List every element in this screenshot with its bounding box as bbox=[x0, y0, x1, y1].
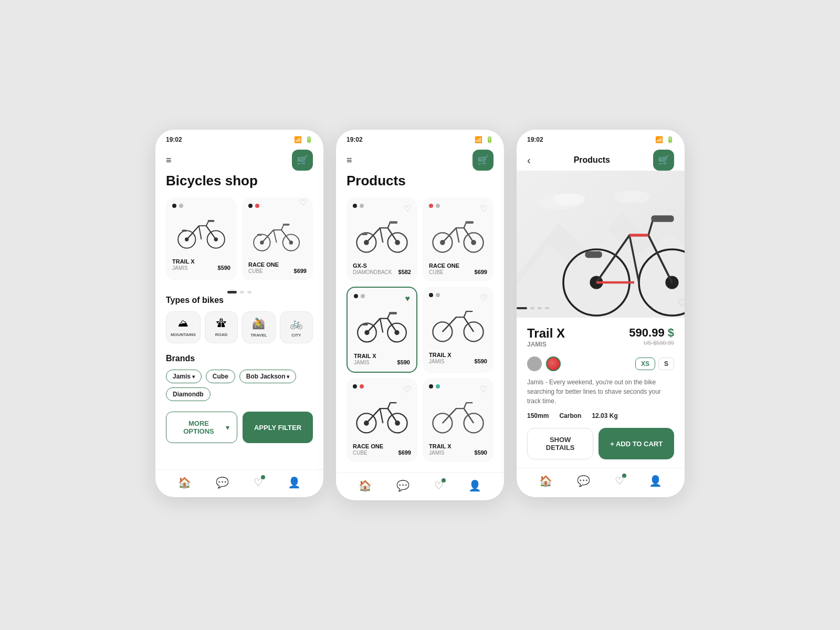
brand-bob-jackson[interactable]: Bob Jackson bbox=[239, 370, 296, 383]
race-price: $699 bbox=[475, 269, 487, 275]
nav-home-1[interactable]: 🏠 bbox=[178, 476, 191, 489]
nav-wishlist-3[interactable]: ♡ bbox=[615, 475, 624, 487]
wishlist-gxs[interactable]: ♡ bbox=[404, 204, 411, 214]
type-travel[interactable]: 🚵 TRAVEL bbox=[242, 311, 275, 343]
card-brand-1: JAMIS bbox=[172, 265, 195, 271]
time-1: 19:02 bbox=[166, 136, 182, 143]
dot-t6 bbox=[436, 384, 440, 388]
trail2-brand: JAMIS bbox=[429, 359, 452, 364]
apply-filter-button[interactable]: APPLY FILTER bbox=[243, 412, 313, 443]
chat-icon-3: 💬 bbox=[577, 475, 590, 487]
nav-chat-3[interactable]: 💬 bbox=[577, 475, 590, 487]
travel-icon: 🚵 bbox=[252, 317, 265, 330]
product-card-raceone-2[interactable]: ♡ bbox=[423, 197, 494, 281]
status-icons-2: 📶 🔋 bbox=[475, 136, 494, 143]
show-details-button[interactable]: SHOW DETAILS bbox=[527, 428, 593, 459]
svg-rect-19 bbox=[362, 233, 368, 235]
trail1-price: $590 bbox=[397, 359, 410, 365]
bottom-nav-3: 🏠 💬 ♡ 👤 bbox=[517, 468, 685, 496]
screen-1: 19:02 📶 🔋 ≡ 🛒 Bicycles shop bbox=[155, 130, 323, 497]
back-button[interactable]: ‹ bbox=[527, 154, 531, 166]
bottom-nav-1: 🏠 💬 ♡ 👤 bbox=[155, 469, 323, 497]
dot-3 bbox=[247, 291, 251, 293]
wishlist-6[interactable]: ♡ bbox=[480, 384, 487, 394]
status-bar-3: 19:02 📶 🔋 bbox=[517, 130, 685, 145]
product-card-trailx-2[interactable]: ♡ bbox=[423, 287, 494, 373]
card-info-5: RACE ONE CUBE $699 bbox=[353, 443, 411, 456]
home-icon-3: 🏠 bbox=[539, 475, 552, 487]
product-price: 590.99 $ bbox=[629, 326, 674, 340]
wifi-icon-3: 📶 bbox=[655, 136, 663, 143]
product-card-trail-x[interactable]: TRAIL X JAMIS $590 bbox=[166, 197, 237, 280]
bike-trail1-svg bbox=[354, 302, 410, 350]
menu-icon-2[interactable]: ≡ bbox=[346, 155, 352, 166]
nav-wishlist-2[interactable]: ♡ bbox=[434, 479, 444, 492]
product-card-gxs-2[interactable]: ♡ bbox=[346, 197, 417, 281]
products-grid: ♡ bbox=[346, 197, 494, 462]
dot-2 bbox=[240, 291, 244, 293]
size-s[interactable]: S bbox=[658, 358, 674, 370]
type-road[interactable]: 🛣 ROAD bbox=[205, 311, 238, 343]
cart-button-3[interactable]: 🛒 bbox=[653, 150, 674, 171]
type-city[interactable]: 🚲 CITY bbox=[280, 311, 313, 343]
brand-diamondback[interactable]: Diamondb bbox=[166, 387, 211, 401]
screen1-content: Bicycles shop bbox=[155, 173, 323, 469]
wishlist-trail-sel[interactable]: ♥ bbox=[405, 294, 411, 303]
size-options: XS S bbox=[635, 358, 674, 370]
type-mountains[interactable]: ⛰ MOUNTAINS bbox=[166, 311, 201, 343]
cart-button-1[interactable]: 🛒 bbox=[292, 150, 313, 171]
wishlist-icon-2[interactable]: ♡ bbox=[299, 197, 307, 207]
bike-6-svg bbox=[429, 393, 487, 440]
color-red[interactable] bbox=[546, 356, 561, 371]
nav-chat-1[interactable]: 💬 bbox=[216, 476, 229, 489]
hero-dot-2 bbox=[530, 307, 534, 309]
product-card-trailx-selected[interactable]: ♥ bbox=[346, 287, 417, 373]
name-5: RACE ONE bbox=[353, 443, 383, 449]
wishlist-trail2[interactable]: ♡ bbox=[480, 293, 487, 303]
nav-home-2[interactable]: 🏠 bbox=[359, 479, 372, 492]
dot-gray-1 bbox=[179, 204, 183, 208]
product-card-race-one[interactable]: ♡ bbox=[242, 197, 313, 280]
size-xs[interactable]: XS bbox=[635, 358, 655, 370]
card-info-trail1: TRAIL X JAMIS $590 bbox=[354, 353, 410, 365]
specs-row: 150mm Carbon 12.03 Kg bbox=[527, 412, 674, 419]
svg-rect-11 bbox=[257, 234, 262, 236]
svg-rect-30 bbox=[362, 323, 368, 326]
spec-travel-value: 150mm bbox=[527, 412, 549, 419]
dot-b2 bbox=[429, 293, 433, 297]
dot-b1 bbox=[354, 294, 358, 298]
nav-profile-1[interactable]: 👤 bbox=[288, 476, 301, 489]
card-dots-2 bbox=[248, 204, 259, 208]
wishlist-5[interactable]: ♡ bbox=[404, 384, 411, 394]
price-currency: $ bbox=[668, 326, 674, 339]
page-title-2: Products bbox=[346, 173, 494, 189]
status-icons-3: 📶 🔋 bbox=[655, 136, 674, 143]
home-icon-1: 🏠 bbox=[178, 476, 191, 489]
product-card-5[interactable]: ♡ bbox=[346, 378, 417, 462]
time-2: 19:02 bbox=[346, 136, 363, 143]
brand-jamis[interactable]: Jamis bbox=[166, 370, 202, 383]
screen-3: 19:02 📶 🔋 ‹ Products 🛒 bbox=[517, 130, 685, 497]
bike-img-trail2 bbox=[429, 301, 487, 349]
cart-button-2[interactable]: 🛒 bbox=[472, 150, 494, 171]
gxs-brand: DIAMONDBACK bbox=[353, 269, 392, 275]
svg-rect-18 bbox=[389, 221, 397, 224]
nav-chat-2[interactable]: 💬 bbox=[396, 479, 410, 492]
featured-products-row: TRAIL X JAMIS $590 ♡ bbox=[166, 197, 313, 280]
wishlist-race[interactable]: ♡ bbox=[480, 204, 487, 214]
nav-profile-3[interactable]: 👤 bbox=[649, 475, 662, 487]
nav-profile-2[interactable]: 👤 bbox=[468, 479, 481, 492]
add-to-cart-button[interactable]: + ADD TO CART bbox=[598, 428, 674, 459]
nav-wishlist-1[interactable]: ♡ bbox=[254, 476, 263, 489]
dot-b5 bbox=[353, 384, 357, 388]
more-options-button[interactable]: MORE OPTIONS ▾ bbox=[166, 412, 237, 443]
nav-home-3[interactable]: 🏠 bbox=[539, 475, 552, 487]
wishlist-badge-3 bbox=[622, 474, 626, 478]
card-info-race: RACE ONE CUBE $699 bbox=[429, 262, 487, 275]
menu-icon-1[interactable]: ≡ bbox=[166, 155, 172, 166]
product-wishlist-icon[interactable]: ♡ bbox=[677, 297, 685, 309]
brand-cube[interactable]: Cube bbox=[206, 370, 235, 383]
color-gray[interactable] bbox=[527, 356, 542, 371]
product-card-6[interactable]: ♡ bbox=[423, 378, 494, 462]
home-icon-2: 🏠 bbox=[359, 479, 372, 492]
